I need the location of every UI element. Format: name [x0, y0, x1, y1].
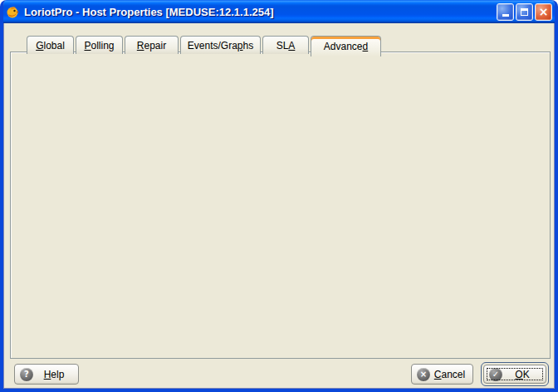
app-icon[interactable]	[5, 4, 20, 19]
tab-sla[interactable]: SLA	[262, 36, 309, 54]
close-icon: ×	[539, 6, 549, 17]
minimize-icon	[502, 14, 509, 17]
titlebar[interactable]: LoriotPro - Host Properties [MEDUSE:12.1…	[0, 0, 558, 23]
maximize-icon	[521, 8, 528, 16]
cancel-icon: ×	[417, 368, 430, 381]
tab-polling[interactable]: Polling	[76, 36, 123, 54]
tab-advanced[interactable]: Advanced	[311, 36, 381, 56]
tab-repair[interactable]: Repair	[125, 36, 179, 54]
help-button-label: Help	[33, 369, 78, 380]
tab-bar: Global Polling Repair Events/Graphs SLA …	[27, 33, 383, 54]
tab-events-graphs[interactable]: Events/Graphs	[180, 36, 261, 54]
tab-panel	[10, 51, 551, 359]
ok-button-label: OK	[502, 369, 546, 380]
ok-button-default-ring: ✓ OK	[481, 362, 549, 386]
ok-icon: ✓	[489, 368, 502, 381]
help-icon: ?	[20, 368, 33, 381]
tab-global[interactable]: Global	[27, 36, 74, 54]
dialog-window: LoriotPro - Host Properties [MEDUSE:12.1…	[0, 0, 558, 392]
window-controls: ×	[497, 3, 552, 21]
window-title: LoriotPro - Host Properties [MEDUSE:12.1…	[24, 6, 497, 18]
cancel-button[interactable]: × Cancel	[411, 364, 473, 385]
help-button[interactable]: ? Help	[14, 364, 79, 385]
minimize-button[interactable]	[497, 3, 514, 21]
cancel-button-label: Cancel	[430, 369, 472, 380]
maximize-button[interactable]	[516, 3, 533, 21]
ok-button[interactable]: ✓ OK	[483, 365, 546, 384]
close-button[interactable]: ×	[535, 3, 552, 21]
